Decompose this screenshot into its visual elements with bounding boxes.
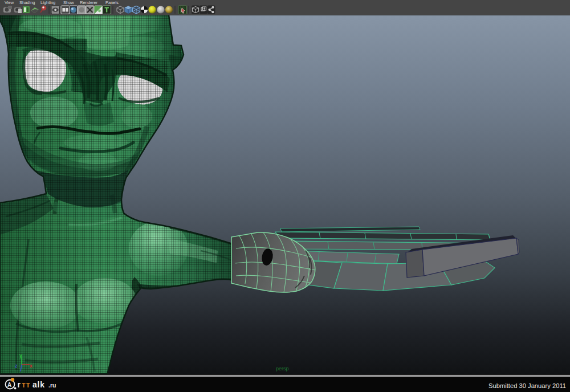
svg-text:A: A (7, 382, 11, 388)
svg-text:x: x (30, 363, 32, 369)
svg-text:Show: Show (63, 0, 74, 5)
svg-text:persp: persp (276, 366, 289, 371)
svg-text:тт: тт (22, 380, 31, 389)
svg-text:View: View (5, 0, 14, 5)
svg-text:y: y (19, 353, 22, 358)
svg-text:Lighting: Lighting (40, 0, 55, 5)
svg-text:alk: alk (32, 380, 45, 389)
svg-text:z: z (15, 363, 18, 369)
svg-text:.ru: .ru (48, 382, 56, 389)
svg-text:r: r (18, 380, 21, 389)
svg-text:Shading: Shading (19, 0, 35, 5)
svg-text:Renderer: Renderer (80, 0, 98, 5)
svg-text:Panels: Panels (105, 0, 119, 5)
svg-text:Submitted 30 January 2011: Submitted 30 January 2011 (488, 382, 566, 389)
